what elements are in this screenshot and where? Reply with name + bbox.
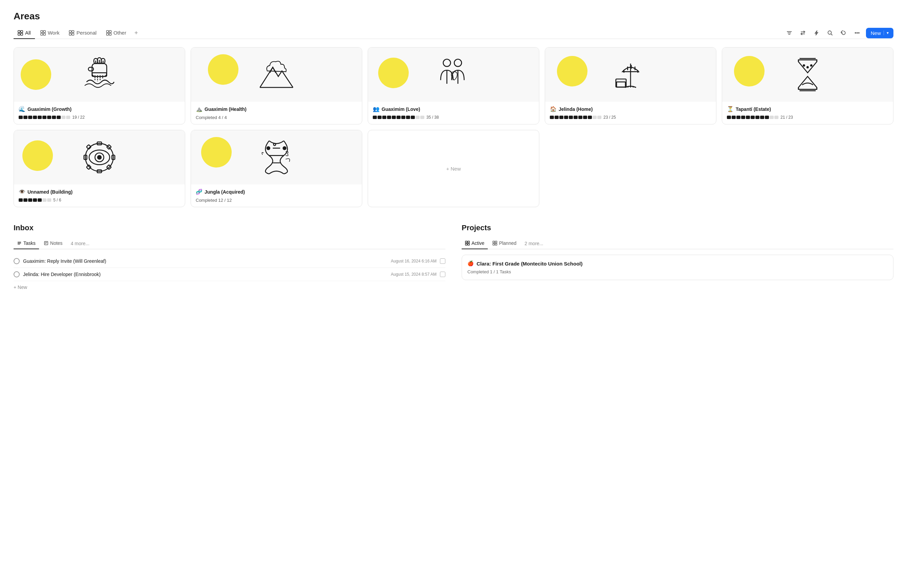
inbox-tab-tasks[interactable]: Tasks xyxy=(14,238,39,249)
svg-rect-1 xyxy=(21,30,23,32)
svg-point-21 xyxy=(828,31,832,34)
inbox-item-text-0: Guaximim: Reply Invite (Will Greenleaf) xyxy=(23,258,387,264)
svg-rect-92 xyxy=(493,241,495,243)
inbox-item-date-1: August 15, 2024 8:57 AM xyxy=(391,272,436,277)
svg-rect-10 xyxy=(69,33,71,35)
card-body-health: ⛰️ Guaximim (Health) Completed 4 / 4 xyxy=(191,102,362,124)
projects-tab-planned[interactable]: Planned xyxy=(489,238,520,249)
history-icon[interactable] xyxy=(839,28,848,38)
inbox-checkbox-1[interactable] xyxy=(440,272,445,277)
task-circle-0[interactable] xyxy=(14,258,20,264)
area-card-unnamed-building[interactable]: 👁️ Unnamed (Building) 5 / 6 xyxy=(14,130,185,207)
tab-add-button[interactable]: + xyxy=(131,28,141,38)
search-icon[interactable] xyxy=(825,28,835,38)
card-name-growth: Guaximim (Growth) xyxy=(27,106,72,112)
svg-rect-91 xyxy=(468,244,470,245)
project-card-title-0: 🍎 Clara: First Grade (Montecito Union Sc… xyxy=(467,260,888,266)
svg-point-59 xyxy=(811,65,812,66)
inbox-new-button[interactable]: + New xyxy=(14,281,445,293)
svg-rect-85 xyxy=(45,242,48,245)
new-area-card[interactable]: + New xyxy=(368,130,539,207)
progress-home: 23 / 25 xyxy=(550,115,711,120)
svg-rect-9 xyxy=(72,30,74,32)
svg-rect-7 xyxy=(43,33,45,35)
inbox-tab-notes[interactable]: Notes xyxy=(40,238,66,249)
card-image-health xyxy=(191,48,362,102)
projects-more[interactable]: 2 more... xyxy=(521,238,547,249)
card-name-love: Guaximim (Love) xyxy=(381,106,420,112)
sort-icon[interactable] xyxy=(798,28,808,38)
page-title: Areas xyxy=(14,11,893,22)
area-card-guaximim-growth[interactable]: 🌊 Guaximim (Growth) 19 / 22 xyxy=(14,47,185,125)
new-button-arrow[interactable]: ▾ xyxy=(884,30,889,35)
svg-point-40 xyxy=(454,59,462,67)
area-card-tapanti-estate[interactable]: ⏳ Tapantí (Estate) 21 / 23 xyxy=(722,47,893,125)
tab-other[interactable]: Other xyxy=(102,27,131,39)
inbox-title: Inbox xyxy=(14,223,445,232)
svg-rect-4 xyxy=(41,30,43,32)
card-body-estate: ⏳ Tapantí (Estate) 21 / 23 xyxy=(722,102,893,124)
project-card-sub-0: Completed 1 / 1 Tasks xyxy=(467,269,888,274)
card-name-estate: Tapantí (Estate) xyxy=(736,106,771,112)
svg-rect-6 xyxy=(41,33,43,35)
area-card-jelinda-home[interactable]: 🏠 Jelinda (Home) 23 / 25 xyxy=(545,47,716,125)
inbox-item-0: Guaximim: Reply Invite (Will Greenleaf) … xyxy=(14,255,445,268)
svg-rect-69 xyxy=(87,144,91,149)
area-card-jungla-acquired[interactable]: 🧬 Jungla (Acquired) Completed 12 / 12 xyxy=(191,130,362,207)
svg-rect-52 xyxy=(617,82,625,87)
tabs-left: All Work Personal xyxy=(14,27,785,38)
card-image-acquired xyxy=(191,130,362,184)
svg-rect-89 xyxy=(468,241,470,243)
projects-tabs: Active Planned 2 more... xyxy=(462,238,893,249)
inbox-item-1: Jelinda: Hire Developer (Ennisbrook) Aug… xyxy=(14,268,445,281)
area-card-guaximim-health[interactable]: ⛰️ Guaximim (Health) Completed 4 / 4 ✏️ … xyxy=(191,47,362,125)
area-card-guaximim-love[interactable]: 👥 Guaximim (Love) 35 / 38 xyxy=(368,47,539,125)
svg-rect-34 xyxy=(88,67,94,71)
project-name-0: Clara: First Grade (Montecito Union Scho… xyxy=(477,261,583,266)
progress-estate: 21 / 23 xyxy=(727,115,888,120)
svg-point-58 xyxy=(807,66,808,68)
inbox-item-text-1: Jelinda: Hire Developer (Ennisbrook) xyxy=(23,272,387,277)
tab-all[interactable]: All xyxy=(14,27,35,39)
svg-rect-88 xyxy=(465,241,467,243)
tab-personal[interactable]: Personal xyxy=(65,27,100,39)
tab-work[interactable]: Work xyxy=(36,27,64,39)
svg-point-39 xyxy=(443,59,451,67)
more-icon[interactable] xyxy=(853,28,862,38)
svg-rect-2 xyxy=(18,33,20,35)
progress-building: 5 / 6 xyxy=(19,198,180,202)
areas-grid: 🌊 Guaximim (Growth) 19 / 22 xyxy=(14,47,893,207)
areas-tabs-row: All Work Personal xyxy=(14,27,893,39)
inbox-more[interactable]: 4 more... xyxy=(67,238,93,249)
card-image-building xyxy=(14,130,185,184)
svg-point-25 xyxy=(859,32,859,33)
card-body-love: 👥 Guaximim (Love) 35 / 38 xyxy=(368,102,539,124)
card-image-love xyxy=(368,48,539,102)
inbox-checkbox-0[interactable] xyxy=(440,258,445,264)
task-circle-1[interactable] xyxy=(14,271,20,277)
svg-point-81 xyxy=(273,143,276,146)
svg-point-79 xyxy=(267,147,270,150)
card-name-health: Guaximim (Health) xyxy=(205,106,247,112)
new-button[interactable]: New ▾ xyxy=(866,28,893,38)
svg-rect-51 xyxy=(616,79,626,87)
svg-rect-15 xyxy=(109,33,111,35)
card-body-acquired: 🧬 Jungla (Acquired) Completed 12 / 12 xyxy=(191,184,362,207)
project-card-0[interactable]: 🍎 Clara: First Grade (Montecito Union Sc… xyxy=(462,255,893,280)
svg-point-75 xyxy=(98,155,101,159)
card-image-home xyxy=(545,48,716,102)
svg-rect-93 xyxy=(495,241,497,243)
card-body-growth: 🌊 Guaximim (Growth) 19 / 22 xyxy=(14,102,185,124)
bottom-section: Inbox Tasks Notes 4 more... xyxy=(14,223,893,293)
completed-acquired: Completed 12 / 12 xyxy=(196,198,232,203)
filter-icon[interactable] xyxy=(785,28,794,38)
projects-title: Projects xyxy=(462,223,893,232)
svg-rect-3 xyxy=(21,33,23,35)
projects-tab-active[interactable]: Active xyxy=(462,238,488,249)
projects-section: Projects Active Planned xyxy=(462,223,893,293)
lightning-icon[interactable] xyxy=(812,28,821,38)
svg-rect-0 xyxy=(18,30,20,32)
svg-rect-14 xyxy=(106,33,109,35)
svg-rect-13 xyxy=(109,30,111,32)
svg-rect-8 xyxy=(69,30,71,32)
